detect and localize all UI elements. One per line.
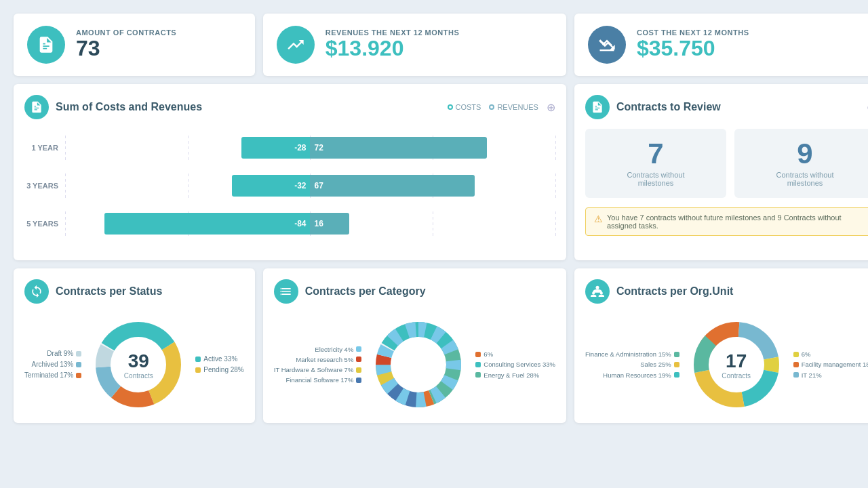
dashboard: AMOUNT OF CONTRACTS 73 REVENUES THE NEXT…	[14, 14, 854, 423]
org-section-icon	[585, 279, 610, 304]
status-donut-label: Contracts	[124, 372, 153, 380]
category-legend-right: 6% Consulting Services 33% Energy & Fuel…	[475, 349, 555, 380]
status-donut: 39 Contracts	[91, 317, 186, 412]
category-section-icon	[274, 279, 298, 304]
kpi-value-costs: $35.750	[637, 37, 749, 60]
kpi-value-contracts: 73	[76, 37, 176, 60]
kpi-card-costs: COST THE NEXT 12 MONTHS $35.750	[574, 14, 868, 76]
review-number-milestones: 7	[596, 140, 715, 168]
bar-chart: 1 YEAR-28723 YEARS-32675 YEARS-8416	[24, 129, 555, 236]
bar-row: 1 YEAR-2872	[24, 136, 555, 160]
org-donut-number: 17	[722, 350, 751, 372]
kpi-value-revenues: $13.920	[326, 37, 459, 60]
kpi-card-contracts: AMOUNT OF CONTRACTS 73	[14, 14, 255, 76]
status-section-title: Contracts per Status	[56, 285, 244, 298]
costs-icon	[588, 26, 626, 64]
review-section-title: Contracts to Review	[616, 101, 860, 113]
bar-row: 3 YEARS-3267	[24, 174, 555, 198]
warning-icon: ⚠	[594, 214, 603, 224]
category-donut-section: Electricity 4% Market research 5% IT Har…	[274, 313, 555, 412]
svg-point-20	[600, 291, 603, 294]
svg-rect-7	[280, 288, 281, 290]
review-box-milestones: 7 Contracts withoutmilestones	[585, 129, 726, 198]
review-desc-milestones: Contracts withoutmilestones	[596, 171, 715, 187]
status-donut-number: 39	[124, 350, 153, 372]
svg-point-0	[602, 43, 606, 46]
warning-banner: ⚠ You have 7 contracts without future mi…	[585, 207, 868, 236]
category-legend-left: Electricity 4% Market research 5% IT Har…	[274, 344, 362, 386]
warning-text: You have 7 contracts without future mile…	[607, 214, 867, 230]
status-donut-section: Draft 9% Archived 13% Terminated 17%	[24, 313, 244, 412]
costs-legend-dot	[448, 104, 453, 110]
org-donut-label: Contracts	[722, 372, 751, 380]
review-box-tasks: 9 Contracts withoutmilestones	[734, 129, 868, 198]
org-donut-section: Finance & Administration 15% Sales 25% H…	[585, 313, 868, 412]
org-section-title: Contracts per Org.Unit	[616, 285, 868, 298]
review-desc-tasks: Contracts withoutmilestones	[745, 171, 865, 187]
org-legend-left: Finance & Administration 15% Sales 25% H…	[585, 349, 679, 380]
category-section-title: Contracts per Category	[305, 285, 555, 298]
contracts-category-card: Contracts per Category Electricity 4% Ma…	[263, 268, 566, 423]
status-legend-left: Draft 9% Archived 13% Terminated 17%	[24, 348, 81, 381]
svg-point-18	[595, 286, 599, 289]
sum-section-title: Sum of Costs and Revenues	[56, 101, 441, 113]
contracts-icon	[27, 26, 65, 64]
status-legend-right: Active 33% Pending 28%	[195, 354, 244, 375]
revenues-legend-dot	[489, 104, 494, 110]
svg-rect-8	[280, 291, 281, 293]
contracts-review-card: Contracts to Review ⊕ 7 Contracts withou…	[574, 84, 868, 260]
costs-legend: COSTS	[448, 103, 481, 111]
target-icon[interactable]: ⊕	[547, 101, 555, 114]
sum-costs-revenues-card: Sum of Costs and Revenues COSTS REVENUES…	[14, 84, 566, 260]
revenues-legend: REVENUES	[489, 103, 538, 111]
bar-row: 5 YEARS-8416	[24, 211, 555, 236]
svg-rect-9	[280, 293, 281, 296]
review-boxes: 7 Contracts withoutmilestones 9 Contract…	[585, 129, 868, 198]
org-donut: 17 Contracts	[689, 317, 784, 412]
kpi-card-revenues: REVENUES THE NEXT 12 MONTHS $13.920	[263, 14, 566, 76]
review-number-tasks: 9	[745, 140, 865, 168]
review-section-icon	[585, 95, 610, 119]
sum-section-icon	[24, 95, 49, 119]
revenues-icon	[277, 26, 315, 64]
status-section-icon	[24, 279, 49, 304]
category-donut	[371, 317, 466, 412]
svg-point-19	[592, 291, 595, 294]
contracts-org-card: Contracts per Org.Unit Finance & Adminis…	[574, 268, 868, 423]
contracts-status-card: Contracts per Status Draft 9% Archived 1…	[14, 268, 255, 423]
org-legend-right: 6% Facility management 18% IT 21%	[793, 349, 868, 380]
